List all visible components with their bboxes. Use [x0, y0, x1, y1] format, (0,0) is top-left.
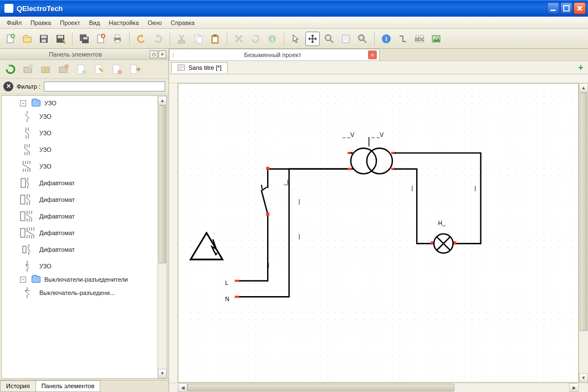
- scroll-down-icon[interactable]: ▼: [158, 369, 167, 378]
- tree-item-label[interactable]: Дифавтомат: [39, 230, 75, 236]
- clear-filter-button[interactable]: ✕: [3, 82, 13, 91]
- tab-elements[interactable]: Панель элементов: [35, 380, 101, 392]
- tree-item-label[interactable]: Дифавтомат: [39, 246, 75, 253]
- svg-point-41: [64, 64, 69, 69]
- wire-button[interactable]: [396, 32, 410, 46]
- svg-point-36: [434, 37, 436, 38]
- svg-rect-55: [235, 296, 239, 298]
- add-sheet-button[interactable]: +: [576, 63, 586, 73]
- tree-item-label[interactable]: УЗО: [39, 113, 52, 120]
- tab-close-button[interactable]: ×: [368, 50, 377, 59]
- panel-float-button[interactable]: ◇: [150, 50, 157, 58]
- about-button[interactable]: i: [379, 32, 393, 46]
- cut-button[interactable]: [175, 32, 189, 46]
- edit-element-button[interactable]: [92, 62, 106, 77]
- scroll-down-icon[interactable]: ▼: [579, 373, 588, 383]
- rotate-button[interactable]: [248, 32, 263, 46]
- tree-item-label[interactable]: Выключатель-разъедени...: [39, 289, 115, 296]
- edit-category-button[interactable]: [39, 62, 53, 77]
- info-button[interactable]: i: [265, 32, 279, 46]
- save-as-button[interactable]: [53, 32, 68, 46]
- new-button[interactable]: [3, 32, 18, 46]
- text-button[interactable]: abc: [412, 32, 427, 46]
- open-button[interactable]: [20, 32, 34, 46]
- tab-history[interactable]: История: [0, 380, 36, 392]
- tree-item-label[interactable]: УЗО: [39, 263, 52, 269]
- scroll-thumb[interactable]: [187, 384, 454, 391]
- delete-button[interactable]: [232, 32, 246, 46]
- fit-button[interactable]: [355, 32, 370, 46]
- tree-item-label[interactable]: Дифавтомат: [39, 196, 75, 203]
- tree-item-label[interactable]: УЗО: [39, 146, 52, 153]
- reload-button[interactable]: [3, 62, 18, 77]
- canvas-vscroll[interactable]: ▲ ▼: [579, 83, 588, 383]
- filter-input[interactable]: [44, 82, 165, 91]
- element-tree[interactable]: − УЗО УЗО УЗО УЗО УЗО Дифавтомат Дифавто…: [1, 95, 167, 379]
- svg-rect-6: [41, 35, 47, 38]
- svg-rect-51: [21, 228, 25, 237]
- zoom-tool[interactable]: [322, 32, 336, 46]
- scroll-up-icon[interactable]: ▲: [579, 83, 588, 93]
- delete-category-button[interactable]: [57, 62, 71, 77]
- svg-rect-9: [58, 35, 63, 38]
- minimize-button[interactable]: [547, 2, 559, 14]
- svg-rect-63: [347, 168, 352, 170]
- redo-button[interactable]: [151, 32, 165, 46]
- svg-text:|: |: [299, 198, 300, 205]
- element-symbol-icon: [19, 110, 35, 123]
- maximize-button[interactable]: [560, 2, 572, 14]
- project-tab[interactable]: ⁞ Безымянный проект ×: [169, 49, 380, 60]
- print-button[interactable]: [110, 32, 125, 46]
- tree-item-label[interactable]: УЗО: [39, 163, 52, 170]
- menu-settings[interactable]: Настройка: [105, 18, 142, 27]
- folder-icon: [30, 100, 42, 106]
- menu-file[interactable]: Файл: [3, 18, 25, 27]
- scroll-up-icon[interactable]: ▲: [158, 96, 167, 105]
- svg-rect-49: [21, 195, 25, 204]
- canvas-hscroll[interactable]: ◀ ▶: [169, 383, 588, 392]
- tree-item-label[interactable]: Дифавтомат: [39, 213, 75, 220]
- svg-text:_ _V: _ _V: [371, 131, 384, 138]
- save-all-button[interactable]: [77, 32, 91, 46]
- menu-help[interactable]: Справка: [167, 18, 198, 27]
- import-button[interactable]: [127, 62, 142, 77]
- undo-button[interactable]: [134, 32, 149, 46]
- tree-collapse-icon[interactable]: −: [20, 277, 26, 283]
- tree-item-label[interactable]: УЗО: [39, 130, 52, 136]
- paste-button[interactable]: [208, 32, 222, 46]
- svg-rect-30: [360, 36, 363, 39]
- menu-project[interactable]: Проект: [57, 18, 83, 27]
- svg-point-19: [182, 40, 185, 43]
- scroll-left-icon[interactable]: ◀: [178, 383, 187, 392]
- element-symbol-icon: [19, 193, 35, 206]
- scroll-thumb[interactable]: [580, 93, 587, 331]
- element-symbol-icon: [19, 210, 35, 223]
- sheet-tab[interactable]: Sans titre [*]: [171, 62, 228, 73]
- svg-text:H_: H_: [438, 220, 446, 226]
- close-file-button[interactable]: [94, 32, 108, 46]
- new-category-button[interactable]: [21, 62, 35, 77]
- sheet-button[interactable]: [339, 32, 353, 46]
- delete-element-button[interactable]: [110, 62, 124, 77]
- close-button[interactable]: [574, 2, 586, 14]
- scroll-right-icon[interactable]: ▶: [569, 383, 579, 392]
- menu-view[interactable]: Вид: [85, 18, 103, 27]
- copy-button[interactable]: [191, 32, 206, 46]
- new-element-button[interactable]: [74, 62, 89, 77]
- schematic-canvas[interactable]: L N | _| |: [178, 83, 579, 383]
- tree-scrollbar[interactable]: ▲ ▼: [157, 96, 167, 378]
- tree-collapse-icon[interactable]: −: [20, 100, 26, 106]
- panel-close-button[interactable]: ×: [158, 50, 166, 58]
- image-button[interactable]: [429, 32, 443, 46]
- menu-window[interactable]: Окно: [145, 18, 166, 27]
- pointer-tool[interactable]: [289, 32, 303, 46]
- move-tool[interactable]: [305, 32, 320, 46]
- tree-item-label[interactable]: Дифавтомат: [39, 180, 75, 186]
- svg-text:|: |: [299, 233, 300, 240]
- scroll-thumb[interactable]: [158, 105, 166, 263]
- svg-rect-28: [342, 35, 349, 43]
- save-button[interactable]: [37, 32, 51, 46]
- menu-edit[interactable]: Правка: [27, 18, 54, 27]
- svg-rect-17: [115, 40, 120, 43]
- label-l: L: [225, 279, 228, 286]
